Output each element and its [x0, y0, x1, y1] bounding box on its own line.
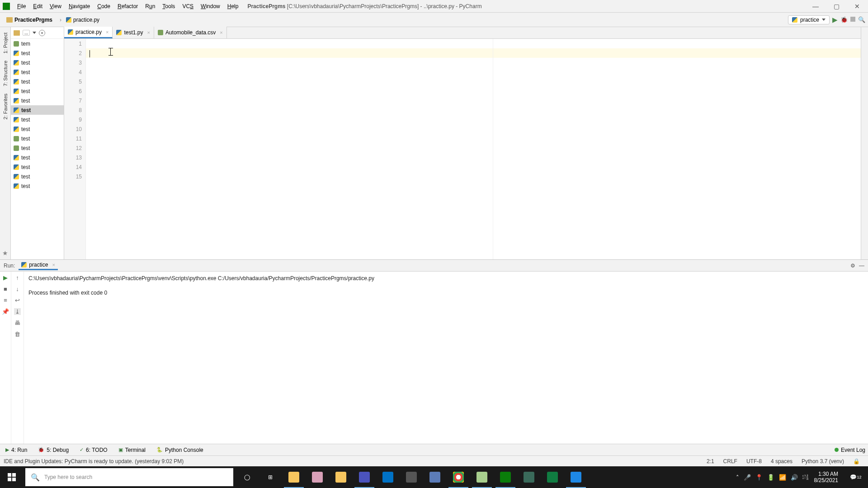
taskbar-explorer[interactable]: [282, 466, 306, 488]
console-output[interactable]: C:\Users\vbhadauria\PycharmProjects\Prac…: [24, 272, 868, 444]
search-everywhere-button[interactable]: 🔍: [858, 16, 865, 23]
taskbar-excel[interactable]: [541, 466, 564, 488]
project-tree-item[interactable]: test: [11, 172, 64, 181]
tray-wifi-icon[interactable]: 📶: [779, 474, 786, 481]
menu-view[interactable]: View: [46, 2, 65, 11]
menu-tools[interactable]: Tools: [159, 2, 179, 11]
project-tree-item[interactable]: test: [11, 181, 64, 191]
project-tree-item[interactable]: tem: [11, 39, 64, 48]
hide-panel-button[interactable]: —: [859, 263, 864, 269]
code-editor[interactable]: 123456789101112131415: [64, 39, 861, 259]
menu-edit[interactable]: Edit: [29, 2, 46, 11]
stop-button[interactable]: [850, 17, 855, 23]
menu-code[interactable]: Code: [94, 2, 114, 11]
print-button[interactable]: 🖶: [14, 319, 21, 326]
toolwin-run-tab[interactable]: ▶4: Run: [3, 446, 30, 455]
editor-tab[interactable]: test1.py×: [113, 27, 154, 38]
tray-chevron-icon[interactable]: ˄: [736, 474, 739, 481]
taskbar-outlook[interactable]: [376, 466, 400, 488]
tray-battery-icon[interactable]: 🔋: [767, 474, 774, 481]
toolwin-terminal-tab[interactable]: ▣Terminal: [116, 446, 148, 455]
project-tree-item[interactable]: test: [11, 58, 64, 67]
pin-button[interactable]: 📌: [2, 308, 9, 315]
project-tree-item[interactable]: test: [11, 153, 64, 162]
down-trace-button[interactable]: ↓: [14, 286, 21, 292]
file-encoding[interactable]: UTF-8: [742, 458, 766, 465]
up-trace-button[interactable]: ↑: [14, 274, 21, 281]
star-icon[interactable]: ★: [2, 249, 8, 257]
select-opened-file-icon[interactable]: [39, 30, 45, 36]
project-tree-item[interactable]: test: [11, 77, 64, 86]
breadcrumb-root[interactable]: PracticePrgms: [3, 16, 56, 24]
taskbar-teams[interactable]: [353, 466, 376, 488]
scroll-end-button[interactable]: ⤓: [14, 308, 21, 315]
toolwin-project[interactable]: 1: Project: [2, 29, 9, 57]
project-tree-item[interactable]: test: [11, 124, 64, 134]
project-tree-item[interactable]: test: [11, 96, 64, 105]
menu-file[interactable]: File: [14, 2, 29, 11]
project-tree-item[interactable]: test: [11, 48, 64, 58]
toolwin-debug-tab[interactable]: 🐞5: Debug: [35, 446, 71, 455]
tray-mic-icon[interactable]: 🎤: [744, 474, 751, 481]
taskbar-notepad[interactable]: [470, 466, 494, 488]
tray-volume-icon[interactable]: 🔊: [791, 474, 798, 481]
taskbar-camera[interactable]: [564, 466, 588, 488]
breadcrumb-file[interactable]: practice.py: [56, 16, 103, 24]
line-separator[interactable]: CRLF: [719, 458, 742, 465]
project-tree-item[interactable]: test: [11, 115, 64, 124]
close-button[interactable]: ✕: [851, 3, 863, 10]
layout-button[interactable]: ≡: [2, 297, 9, 304]
menu-run[interactable]: Run: [142, 2, 159, 11]
close-icon[interactable]: ×: [52, 262, 55, 267]
project-tree-item[interactable]: test: [11, 86, 64, 96]
menu-refactor[interactable]: Refactor: [114, 2, 142, 11]
start-button[interactable]: [0, 466, 24, 488]
rerun-button[interactable]: ▶: [2, 274, 9, 281]
toolwin-favorites[interactable]: 2: Favorites: [2, 90, 9, 123]
editor-tab[interactable]: practice.py×: [64, 27, 113, 38]
taskbar-cortana[interactable]: ◯: [235, 466, 259, 488]
taskbar-app[interactable]: [306, 466, 329, 488]
menu-help[interactable]: Help: [224, 2, 242, 11]
run-config-selector[interactable]: practice: [788, 15, 830, 24]
editor-tab[interactable]: Automobile_data.csv×: [154, 27, 227, 38]
project-tree-item[interactable]: test: [11, 162, 64, 172]
project-tree-item[interactable]: test: [11, 143, 64, 153]
indent-setting[interactable]: 4 spaces: [766, 458, 797, 465]
run-panel-tab[interactable]: practice ×: [19, 261, 57, 270]
project-tree-item[interactable]: test: [11, 105, 64, 115]
toolwin-structure[interactable]: 7: Structure: [2, 57, 9, 90]
chevron-down-icon[interactable]: [33, 32, 36, 34]
taskbar-app[interactable]: [329, 466, 353, 488]
taskbar-chrome[interactable]: [447, 466, 470, 488]
tray-language-icon[interactable]: ㍩: [802, 473, 806, 481]
project-dropdown[interactable]: ...: [23, 30, 30, 36]
status-message[interactable]: IDE and Plugin Updates: PyCharm is ready…: [4, 458, 184, 465]
project-tree-item[interactable]: test: [11, 134, 64, 143]
toolwin-python-console-tab[interactable]: 🐍Python Console: [154, 446, 206, 455]
readonly-lock-icon[interactable]: 🔒: [849, 458, 864, 465]
taskbar-pycharm[interactable]: [494, 466, 517, 488]
gear-icon[interactable]: ⚙: [850, 263, 855, 269]
soft-wrap-button[interactable]: ↩: [14, 297, 21, 304]
maximize-button[interactable]: ▢: [830, 3, 843, 10]
taskbar-taskview[interactable]: ⊞: [259, 466, 282, 488]
toolwin-todo-tab[interactable]: ✓6: TODO: [77, 446, 110, 455]
close-icon[interactable]: ×: [147, 30, 150, 35]
interpreter-setting[interactable]: Python 3.7 (venv): [797, 458, 849, 465]
menu-window[interactable]: Window: [197, 2, 224, 11]
project-tree-item[interactable]: test: [11, 67, 64, 77]
close-icon[interactable]: ×: [106, 29, 108, 35]
minimize-button[interactable]: —: [809, 3, 822, 10]
taskbar-app[interactable]: [400, 466, 423, 488]
caret-position[interactable]: 2:1: [702, 458, 719, 465]
event-log-button[interactable]: Event Log: [835, 447, 865, 453]
taskbar-search[interactable]: 🔍Type here to search: [25, 468, 233, 486]
taskbar-app[interactable]: [517, 466, 541, 488]
taskbar-clock[interactable]: 1:30 AM 8/25/2021: [811, 471, 842, 484]
debug-button[interactable]: 🐞: [840, 16, 848, 23]
clear-button[interactable]: 🗑: [14, 331, 21, 338]
tray-location-icon[interactable]: 📍: [755, 474, 763, 481]
menu-navigate[interactable]: Navigate: [65, 2, 94, 11]
menu-vcs[interactable]: VCS: [179, 2, 197, 11]
